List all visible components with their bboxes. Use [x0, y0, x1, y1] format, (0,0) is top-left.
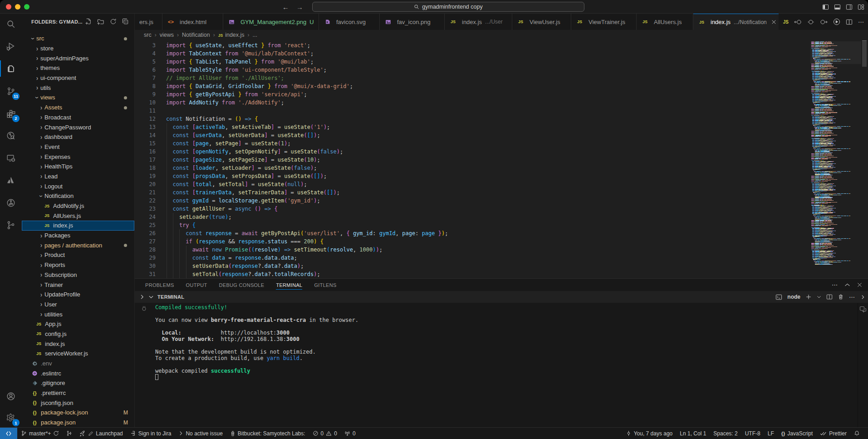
toggle-primary-sidebar-icon[interactable]: [822, 4, 829, 10]
close-tab-icon[interactable]: [771, 20, 776, 25]
terminal-scroll-right-icon[interactable]: [860, 295, 865, 300]
tab-fav-icon-png[interactable]: fav_icon.png: [380, 14, 445, 30]
tree-folder-user[interactable]: ›User: [22, 300, 134, 310]
status-gitlens-graph[interactable]: [63, 428, 76, 439]
tree-file-package-lock-json[interactable]: {}package-lock.jsonM: [22, 408, 134, 418]
activity-bar-item-run-and-debug[interactable]: [0, 35, 22, 57]
tree-file--eslintrc[interactable]: .eslintrc: [22, 368, 134, 378]
tree-folder-utilities[interactable]: ›utilities: [22, 309, 134, 319]
tree-folder-reports[interactable]: ›Reports: [22, 260, 134, 270]
tree-folder-pages-authentication[interactable]: ›pages / authentication: [22, 240, 134, 250]
collapse-folders-icon[interactable]: [122, 18, 129, 25]
tree-folder-dashboard[interactable]: ›dashboard: [22, 132, 134, 142]
tree-folder-src[interactable]: ›src: [22, 34, 134, 44]
status-cursor-position[interactable]: Ln 1, Col 1: [676, 428, 710, 439]
tab-gym-management2-png[interactable]: GYM_Management2.pngU: [223, 14, 319, 30]
refresh-explorer-icon[interactable]: [110, 18, 117, 25]
tree-folder-store[interactable]: ›store: [22, 44, 134, 54]
terminal[interactable]: Compiled successfully! You can now view …: [135, 303, 868, 427]
editor-scrollbar[interactable]: [861, 40, 868, 278]
tree-folder-themes[interactable]: ›themes: [22, 63, 134, 73]
toggle-panel-icon[interactable]: [834, 4, 841, 10]
terminal-collapse-icon[interactable]: [148, 294, 154, 300]
panel-tab-gitlens[interactable]: GITLENS: [314, 279, 336, 291]
tree-folder-utils[interactable]: ›utils: [22, 83, 134, 93]
tab-index-html[interactable]: <>index.html: [162, 14, 223, 30]
tab-index-js[interactable]: JSindex.js.../User: [445, 14, 512, 30]
new-folder-icon[interactable]: [97, 18, 104, 25]
tree-folder-assets[interactable]: ›Assets: [22, 103, 134, 113]
breadcrumb-item[interactable]: Notification: [182, 32, 210, 38]
panel-tab-problems[interactable]: PROBLEMS: [145, 279, 174, 291]
tree-file-addnotify-js[interactable]: JSAddNotify.js: [22, 201, 134, 211]
tree-folder-changepassword[interactable]: ›ChangePassword: [22, 122, 134, 132]
gitlens-next-change-icon[interactable]: [820, 19, 828, 25]
activity-bar-item-git-graph[interactable]: [0, 214, 22, 236]
tree-file--gitignore[interactable]: .gitignore: [22, 378, 134, 388]
status-remote[interactable]: [0, 428, 17, 439]
tree-file--env[interactable]: .env: [22, 359, 134, 369]
terminal-more-actions-icon[interactable]: ⋯: [849, 294, 855, 301]
zoom-window-button[interactable]: [24, 4, 29, 10]
navigate-back-button[interactable]: ←: [282, 3, 289, 11]
status-ports[interactable]: 0: [341, 428, 359, 439]
new-file-icon[interactable]: [85, 18, 92, 25]
code-editor[interactable]: 3import { useState, useEffect } from 're…: [135, 40, 868, 278]
status-jira[interactable]: Sign in to Jira: [127, 428, 175, 439]
command-center-search[interactable]: gymadminfrontend copy: [312, 2, 584, 12]
tree-folder-lead[interactable]: ›Lead: [22, 172, 134, 182]
status-indentation[interactable]: Spaces: 2: [710, 428, 741, 439]
tree-file--prettierrc[interactable]: {}.prettierrc: [22, 388, 134, 398]
tree-folder-packages[interactable]: ›Packages: [22, 231, 134, 241]
gitlens-prev-change-icon[interactable]: [794, 19, 802, 25]
close-window-button[interactable]: [6, 4, 11, 10]
breadcrumb-item[interactable]: JSindex.js: [218, 32, 245, 38]
tree-file-allusers-js[interactable]: JSAllUsers.js: [22, 211, 134, 221]
tab-viewtrainer-js[interactable]: JSViewTrainer.js: [571, 14, 637, 30]
tree-folder-healthtips[interactable]: ›HealthTips: [22, 162, 134, 172]
tree-file-index-js[interactable]: JSindex.js: [22, 339, 134, 349]
status-language[interactable]: {}JavaScript: [778, 428, 817, 439]
tab-viewuser-js[interactable]: JSViewUser.js: [512, 14, 571, 30]
gitlens-heatmap-icon[interactable]: [807, 19, 814, 25]
breadcrumb-item[interactable]: ...: [253, 32, 257, 38]
activity-bar-item-remote-explorer[interactable]: [0, 147, 22, 169]
tree-folder-broadcast[interactable]: ›Broadcast: [22, 113, 134, 123]
customize-layout-icon[interactable]: [858, 4, 864, 10]
status-blame[interactable]: You, 7 days ago: [622, 428, 677, 439]
more-editor-actions-icon[interactable]: ⋯: [858, 19, 864, 25]
minimize-window-button[interactable]: [15, 4, 20, 10]
terminal-chat-icon[interactable]: [859, 306, 867, 313]
tree-file-jsconfig-json[interactable]: {}jsconfig.json: [22, 398, 134, 408]
toggle-secondary-sidebar-icon[interactable]: [846, 4, 853, 10]
new-terminal-icon[interactable]: [805, 294, 812, 300]
tree-folder-expenses[interactable]: ›Expenses: [22, 152, 134, 162]
status-notifications[interactable]: [850, 428, 863, 439]
tree-file-app-js[interactable]: JSApp.js: [22, 319, 134, 329]
status-eol[interactable]: LF: [764, 428, 778, 439]
terminal-scrollbar[interactable]: [858, 303, 858, 427]
activity-bar-item-extensions[interactable]: 2: [0, 103, 22, 124]
launch-profile-icon[interactable]: [775, 294, 782, 301]
minimap-slider[interactable]: [810, 41, 861, 64]
panel-tab-debug-console[interactable]: DEBUG CONSOLE: [219, 279, 265, 291]
panel-expand-icon[interactable]: [139, 294, 145, 300]
split-terminal-icon[interactable]: [826, 294, 833, 300]
status-encoding[interactable]: UTF-8: [741, 428, 764, 439]
breadcrumb-item[interactable]: src: [144, 32, 152, 38]
status-problems[interactable]: 00: [309, 428, 341, 439]
activity-bar-item-explorer[interactable]: [0, 58, 22, 79]
tree-folder-event[interactable]: ›Event: [22, 142, 134, 152]
panel-tab-output[interactable]: OUTPUT: [186, 279, 207, 291]
status-launchpad[interactable]: Launchpad: [76, 428, 126, 439]
tree-folder-updateprofile[interactable]: ›UpdateProfile: [22, 290, 134, 300]
tree-file-index-js[interactable]: JSindex.js: [22, 221, 134, 231]
run-code-icon[interactable]: [833, 18, 840, 25]
status-formatter[interactable]: Prettier: [816, 428, 850, 439]
terminal-dropdown-icon[interactable]: [817, 295, 821, 299]
activity-bar-item-source-control[interactable]: 11: [0, 80, 22, 102]
tab-ers-js[interactable]: ers.js: [135, 14, 162, 30]
activity-bar-item-accounts[interactable]: [0, 385, 22, 407]
tree-folder-views[interactable]: ›views: [22, 93, 134, 103]
status-branch[interactable]: master*+: [17, 428, 63, 439]
